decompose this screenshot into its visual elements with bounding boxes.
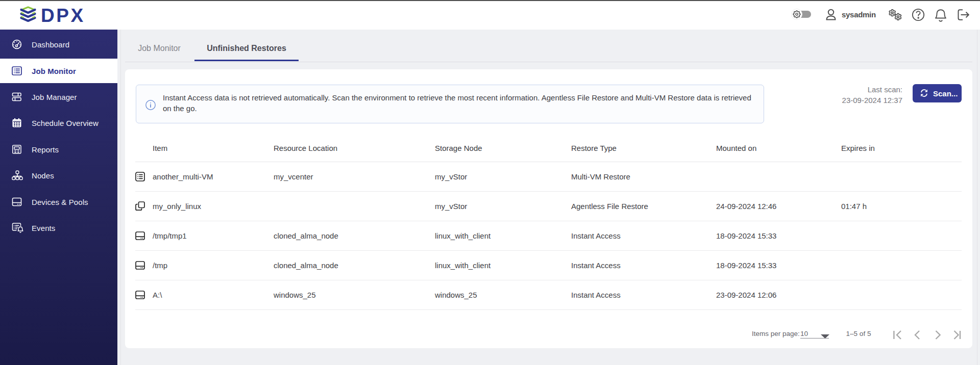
svg-text:DPX: DPX — [41, 5, 85, 26]
